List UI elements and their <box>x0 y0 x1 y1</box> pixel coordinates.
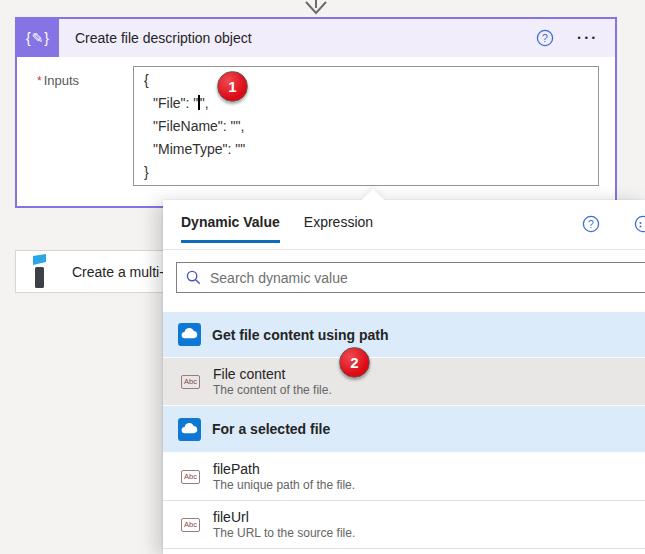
list-item-filepath[interactable]: Abc filePath The unique path of the file… <box>163 453 645 501</box>
action-card-header[interactable]: {✎} Create file description object ? ••• <box>17 19 615 57</box>
tabs-divider <box>163 249 645 250</box>
compose-action-icon: {✎} <box>17 19 59 57</box>
string-type-icon: Abc <box>181 518 200 532</box>
action-card-header-bar: Create file description object ? ••• <box>59 19 615 57</box>
string-type-icon: Abc <box>181 375 200 389</box>
connector-logo-icon <box>33 254 47 289</box>
list-item-file-content[interactable]: Abc File content The content of the file… <box>163 358 645 406</box>
feedback-icon[interactable] <box>634 215 645 237</box>
help-icon[interactable]: ? <box>536 29 554 47</box>
item-description: The unique path of the file. <box>213 478 355 492</box>
inputs-json-editor[interactable]: { "File": "", "FileName": "", "MimeType"… <box>133 66 599 186</box>
tab-expression[interactable]: Expression <box>304 214 373 243</box>
item-description: The content of the file. <box>213 383 332 397</box>
item-title: File content <box>213 366 332 382</box>
dynamic-content-picker: Dynamic Value Expression ? <box>163 200 645 554</box>
list-item-fileurl[interactable]: Abc fileUrl The URL to the source file. <box>163 501 645 549</box>
json-line: "FileName": "", <box>144 115 588 138</box>
search-input[interactable] <box>210 270 641 286</box>
svg-text:?: ? <box>542 32 548 44</box>
item-title: fileUrl <box>213 509 355 525</box>
json-line: "File": "", <box>144 92 588 115</box>
help-icon[interactable]: ? <box>582 215 600 237</box>
connector-arrow-down-icon <box>303 0 329 15</box>
json-line: "MimeType": "" <box>144 138 588 161</box>
annotation-badge-1: 1 <box>217 71 248 102</box>
item-description: The URL to the source file. <box>213 526 355 540</box>
annotation-badge-2: 2 <box>339 347 370 378</box>
search-icon <box>186 270 201 285</box>
item-title: filePath <box>213 461 355 477</box>
json-line: { <box>144 69 588 92</box>
required-marker: * <box>37 74 42 88</box>
svg-text:?: ? <box>588 218 594 230</box>
string-type-icon: Abc <box>181 470 200 484</box>
group-header-for-selected-file[interactable]: For a selected file <box>163 406 645 453</box>
compose-icon-glyph: {✎} <box>26 30 50 46</box>
flow-designer-canvas: {✎} Create file description object ? •••… <box>0 0 645 554</box>
dynamic-value-list: Get file content using path Abc File con… <box>163 312 645 549</box>
json-line: } <box>144 161 588 184</box>
onedrive-icon <box>178 418 201 441</box>
action-title: Create file description object <box>75 30 536 46</box>
next-action-title: Create a multi- <box>72 264 164 280</box>
search-box[interactable] <box>176 262 645 293</box>
more-menu-icon[interactable]: ••• <box>578 29 599 47</box>
compose-action-card: {✎} Create file description object ? •••… <box>15 17 617 208</box>
inputs-field-label: *Inputs <box>37 73 79 88</box>
onedrive-icon <box>178 323 201 346</box>
action-card-body: *Inputs { "File": "", "FileName": "", "M… <box>17 57 615 204</box>
group-header-get-file-content[interactable]: Get file content using path <box>163 312 645 358</box>
picker-tabs: Dynamic Value Expression <box>181 214 373 243</box>
tab-dynamic-value[interactable]: Dynamic Value <box>181 214 280 243</box>
